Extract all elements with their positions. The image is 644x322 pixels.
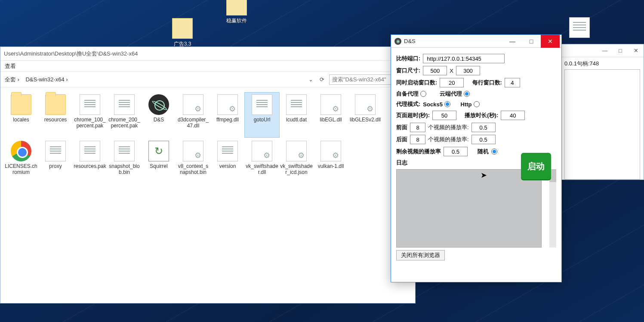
app-icon: ◉ [394, 38, 401, 45]
file-name: gotoUrl [245, 117, 279, 123]
file-item[interactable]: libGLESv2.dll [348, 93, 382, 137]
label-concurrent: 同时启动窗口数: [396, 79, 437, 87]
desktop-icon[interactable] [560, 17, 599, 40]
scrollbar[interactable] [549, 169, 556, 248]
document-icon [569, 17, 590, 38]
gear-icon [286, 141, 307, 161]
label-size: 窗口尺寸: [396, 67, 420, 74]
radio-socks5[interactable]: Socks5 [423, 101, 450, 108]
radio-random[interactable] [491, 149, 497, 155]
file-item[interactable]: LICENSES.chromium [4, 139, 38, 184]
file-item[interactable]: v8_context_snapshot.bin [176, 139, 210, 184]
radio-dot-icon [444, 101, 450, 107]
file-name: d3dcompiler_47.dll [176, 117, 210, 129]
file-name: locales [4, 117, 38, 123]
file-name: D&S [142, 117, 176, 123]
file-item[interactable]: locales [4, 93, 38, 137]
file-item[interactable]: vk_swiftshader_icd.json [279, 139, 314, 184]
start-button[interactable]: 启动 [521, 153, 551, 180]
ds-titlebar[interactable]: ◉ D&S — □ ✕ [391, 35, 561, 48]
label-front2: 个视频的播放率: [428, 124, 469, 131]
rest-rate-input[interactable] [444, 147, 468, 156]
front-rate-input[interactable] [471, 123, 496, 132]
close-button[interactable]: ✕ [628, 47, 644, 54]
notepad-titlebar[interactable]: — □ ✕ [561, 44, 644, 57]
file-name: libGLESv2.dll [348, 117, 382, 123]
minimize-button[interactable]: — [503, 35, 522, 48]
file-item[interactable]: libEGL.dll [314, 93, 348, 137]
desktop-icon-label: 稳赢软件 [217, 17, 256, 25]
chevron-down-icon[interactable]: ⌄ [307, 76, 314, 84]
file-item[interactable]: snapshot_blob.bin [107, 139, 142, 184]
squirrel-icon [148, 141, 169, 161]
file-item[interactable]: icudtl.dat [279, 93, 314, 137]
file-item[interactable]: proxy [38, 139, 73, 184]
gear-icon [183, 141, 203, 161]
radio-label: Socks5 [423, 101, 443, 108]
file-name: resources [38, 117, 73, 123]
desktop-icon[interactable]: 稳赢软件 [217, 0, 256, 25]
label-front: 前面 [396, 124, 407, 131]
radio-label: 自备代理 [396, 90, 419, 98]
folder-icon [45, 94, 66, 115]
notepad-textarea[interactable] [564, 69, 640, 180]
breadcrumb[interactable]: 全套 › D&S-win32-x64 › [5, 76, 303, 84]
gear-icon [252, 141, 272, 161]
file-name: vulkan-1.dll [314, 163, 348, 169]
file-item[interactable]: d3dcompiler_47.dll [176, 93, 210, 137]
close-all-browsers-button[interactable]: 关闭所有浏览器 [396, 250, 445, 260]
explorer-menu-view[interactable]: 查看 [0, 61, 415, 72]
front-n-input[interactable] [410, 123, 425, 132]
label-port: 比特端口: [396, 55, 420, 62]
file-item[interactable]: resources [38, 93, 73, 137]
x-separator: X [450, 68, 453, 74]
file-item[interactable]: Squirrel [142, 139, 176, 184]
play-dur-input[interactable] [501, 111, 525, 120]
file-item[interactable]: version [210, 139, 245, 184]
timeout-input[interactable] [432, 111, 456, 120]
close-button[interactable]: ✕ [541, 35, 560, 48]
txt-icon [114, 141, 135, 161]
file-item[interactable]: vk_swiftshader.dll [245, 139, 279, 184]
radio-cloud-proxy[interactable]: 云端代理 [440, 90, 470, 98]
gear-icon [320, 141, 341, 161]
explorer-path: Users\Administrator\Desktop\撸U全套\D&S-win… [4, 47, 138, 60]
file-item[interactable]: vulkan-1.dll [314, 139, 348, 184]
button-label: 启动 [527, 161, 545, 172]
label-log: 日志 [396, 159, 407, 167]
file-name: version [210, 163, 245, 169]
radio-self-proxy[interactable]: 自备代理 [396, 90, 426, 98]
file-name: snapshot_blob.bin [107, 163, 142, 175]
height-input[interactable] [456, 66, 480, 75]
txt-icon [80, 141, 100, 161]
file-name: libEGL.dll [314, 117, 348, 123]
refresh-icon[interactable]: ⟳ [318, 76, 326, 84]
back-rate-input[interactable] [471, 135, 496, 144]
txt-icon [217, 141, 238, 161]
file-item[interactable]: resources.pak [73, 139, 107, 184]
maximize-button[interactable]: □ [522, 35, 541, 48]
file-item[interactable]: gotoUrl [245, 93, 279, 137]
gear-icon [183, 94, 203, 115]
radio-http[interactable]: Http [461, 101, 480, 108]
width-input[interactable] [423, 66, 447, 75]
radio-label: 云端代理 [440, 90, 462, 98]
concurrent-input[interactable] [440, 78, 464, 87]
port-input[interactable] [423, 54, 505, 63]
back-n-input[interactable] [410, 135, 425, 144]
file-item[interactable]: D&S [142, 93, 176, 137]
file-name: vk_swiftshader.dll [245, 163, 279, 175]
maximize-button[interactable]: □ [613, 47, 628, 54]
file-item[interactable]: chrome_200_percent.pak [107, 93, 142, 137]
file-explorer-window: Users\Administrator\Desktop\撸U全套\D&S-win… [0, 46, 416, 303]
minimize-button[interactable]: — [597, 47, 613, 54]
file-name: chrome_200_percent.pak [107, 117, 142, 129]
per-line-input[interactable] [505, 78, 520, 87]
radio-dot-icon [420, 91, 426, 97]
menu-view-label: 查看 [5, 63, 16, 69]
file-item[interactable]: chrome_100_percent.pak [73, 93, 107, 137]
explorer-titlebar[interactable]: Users\Administrator\Desktop\撸U全套\D&S-win… [0, 47, 415, 61]
file-item[interactable]: ffmpeg.dll [210, 93, 245, 137]
desktop-icon[interactable]: 广告3.3 [163, 18, 202, 48]
ds-title-text: D&S [404, 38, 416, 44]
